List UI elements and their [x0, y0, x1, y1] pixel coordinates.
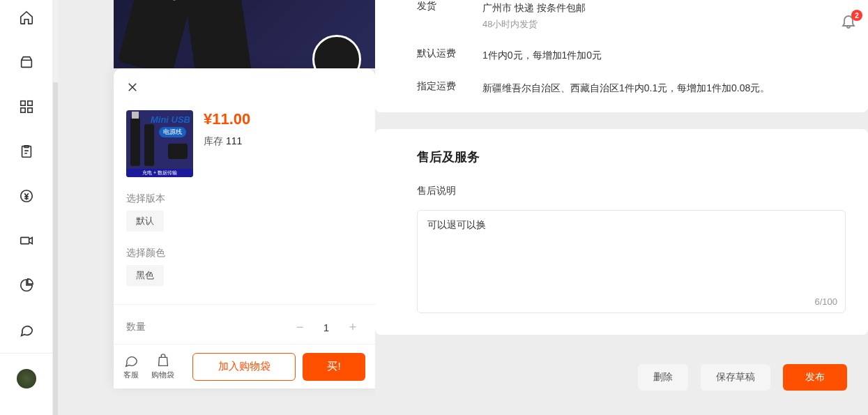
popup-footer: 客服 购物袋 加入购物袋 买!: [114, 344, 375, 388]
svg-rect-6: [20, 237, 29, 243]
sidebar-chat[interactable]: [12, 315, 41, 345]
grid-icon: [19, 99, 34, 114]
user-avatar[interactable]: [17, 369, 36, 388]
version-label: 选择版本: [114, 193, 375, 205]
shipping-row-origin: 发货 广州市 快递 按条件包邮 48小时内发货: [417, 0, 846, 31]
yen-icon: [19, 188, 34, 204]
color-label: 选择颜色: [114, 247, 375, 259]
shipping-default-value: 1件内0元，每增加1件加0元: [482, 47, 602, 63]
sidebar-clipboard[interactable]: [12, 137, 41, 166]
chat-icon: [19, 322, 34, 338]
quantity-label: 数量: [126, 321, 146, 333]
sku-popup: Mini USB 电源线 充电 + 数据传输 ¥11.00 库存 111 选择版…: [114, 68, 375, 388]
quantity-row: 数量 − 1 +: [114, 304, 375, 337]
sidebar-video[interactable]: [12, 226, 41, 255]
service-label: 客服: [123, 370, 139, 380]
shipping-origin-sub: 48小时内发货: [482, 18, 586, 31]
shipping-default-label: 默认运费: [417, 47, 482, 60]
product-hero-image: [114, 0, 375, 68]
thumb-badge: 电源线: [159, 127, 186, 137]
shipping-specific-value: 新疆维吾尔自治区、西藏自治区1件内0.1元，每增加1件加0.08元。: [482, 80, 770, 96]
shipping-origin-value: 广州市 快递 按条件包邮: [482, 0, 586, 15]
buy-button[interactable]: 买!: [303, 353, 365, 381]
product-price: ¥11.00: [204, 110, 250, 128]
close-button[interactable]: [126, 81, 143, 98]
bag-label: 购物袋: [151, 370, 174, 380]
publish-button[interactable]: 发布: [783, 364, 847, 391]
clipboard-icon: [19, 144, 34, 159]
action-bar: 删除 保存草稿 发布: [375, 335, 868, 391]
close-icon: [126, 81, 139, 93]
qty-value: 1: [310, 322, 343, 333]
qty-increase-button[interactable]: +: [343, 317, 363, 337]
notification-badge: 2: [851, 10, 862, 21]
color-option-black[interactable]: 黑色: [126, 265, 164, 286]
svg-rect-2: [20, 108, 24, 112]
sidebar-divider: [0, 353, 53, 354]
char-count: 6/100: [417, 296, 837, 307]
save-draft-button[interactable]: 保存草稿: [701, 364, 770, 391]
shipping-specific-label: 指定运费: [417, 80, 482, 93]
customer-service-button[interactable]: 客服: [123, 353, 139, 380]
aftersale-card: 售后及服务 售后说明 6/100: [375, 129, 868, 335]
version-option-default[interactable]: 默认: [126, 211, 164, 232]
sidebar-grid[interactable]: [12, 92, 41, 121]
chat-icon: [123, 353, 139, 368]
svg-rect-3: [27, 108, 31, 112]
shipping-row-specific: 指定运费 新疆维吾尔自治区、西藏自治区1件内0.1元，每增加1件加0.08元。: [417, 63, 846, 96]
shopping-bag-button[interactable]: 购物袋: [151, 353, 174, 380]
thumb-title: Mini USB: [151, 114, 190, 125]
main-content: 2 发货 广州市 快递 按条件包邮 48小时内发货 默认运费 1件内0元，每增加…: [375, 0, 868, 415]
aftersale-label: 售后说明: [417, 185, 846, 197]
quantity-stepper: − 1 +: [290, 317, 363, 337]
product-stock: 库存 111: [204, 135, 250, 148]
pie-chart-icon: [19, 278, 34, 293]
notification-bell[interactable]: 2: [840, 13, 860, 32]
qty-decrease-button[interactable]: −: [290, 317, 310, 337]
home-icon: [19, 10, 34, 25]
shipping-row-default: 默认运费 1件内0元，每增加1件加0元: [417, 31, 846, 63]
bag-icon: [155, 353, 171, 368]
thumb-bottom: 充电 + 数据传输: [126, 169, 193, 177]
aftersale-title: 售后及服务: [417, 149, 846, 165]
sidebar-home[interactable]: [12, 3, 41, 32]
delete-button[interactable]: 删除: [638, 364, 688, 391]
popup-header: Mini USB 电源线 充电 + 数据传输 ¥11.00 库存 111: [114, 68, 375, 177]
video-icon: [19, 233, 34, 248]
svg-rect-0: [20, 101, 24, 105]
add-to-cart-button[interactable]: 加入购物袋: [192, 353, 296, 381]
main-sidebar: [0, 0, 53, 415]
product-thumbnail[interactable]: Mini USB 电源线 充电 + 数据传输: [126, 110, 193, 177]
preview-column: Mini USB 电源线 充电 + 数据传输 ¥11.00 库存 111 选择版…: [58, 0, 375, 415]
sidebar-money[interactable]: [12, 181, 41, 211]
sidebar-box[interactable]: [12, 47, 41, 77]
box-icon: [19, 54, 34, 70]
svg-rect-1: [27, 101, 31, 105]
shipping-card: 发货 广州市 快递 按条件包邮 48小时内发货 默认运费 1件内0元，每增加1件…: [375, 0, 868, 112]
gray-gutter: [53, 82, 58, 415]
shipping-origin-label: 发货: [417, 0, 482, 13]
stock-value: 111: [226, 135, 242, 146]
stock-label: 库存: [204, 135, 223, 146]
sidebar-chart[interactable]: [12, 271, 41, 300]
